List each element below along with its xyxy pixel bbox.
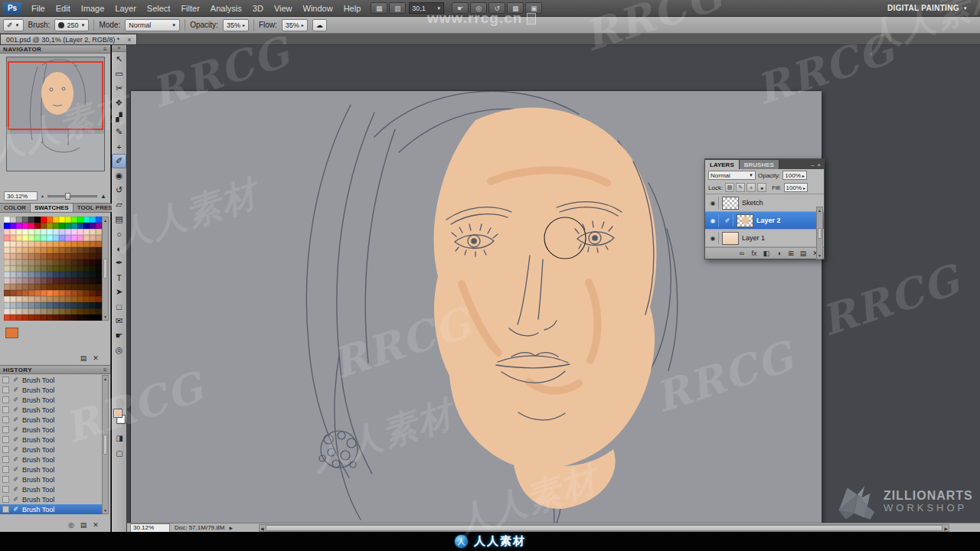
swatch[interactable] — [53, 278, 59, 284]
swatch[interactable] — [90, 290, 96, 296]
swatch[interactable] — [4, 235, 10, 241]
swatch[interactable] — [59, 235, 65, 241]
swatch[interactable] — [59, 266, 65, 272]
swatch[interactable] — [10, 290, 16, 296]
swatch[interactable] — [96, 302, 102, 308]
swatch[interactable] — [59, 284, 65, 290]
scroll-down-icon[interactable]: ▼ — [103, 508, 107, 513]
swatch[interactable] — [34, 302, 41, 308]
swatch[interactable] — [28, 241, 34, 247]
swatch[interactable] — [90, 259, 96, 266]
history-source-box[interactable] — [2, 406, 9, 413]
swatch[interactable] — [65, 290, 71, 296]
swatch[interactable] — [47, 302, 53, 308]
eyedropper-tool[interactable]: ✎ — [112, 125, 126, 139]
swatch[interactable] — [65, 253, 71, 259]
swatch[interactable] — [71, 253, 77, 259]
swatch[interactable] — [10, 247, 16, 253]
swatch[interactable] — [41, 253, 47, 259]
swatch[interactable] — [59, 223, 65, 229]
zoom-slider-thumb[interactable] — [65, 193, 70, 200]
swatch[interactable] — [47, 308, 53, 315]
document-tab[interactable]: 001.psd @ 30,1% (Layer 2, RGB/8) * × — [0, 34, 137, 44]
scroll-up-icon[interactable]: ▲ — [103, 218, 107, 223]
swatch[interactable] — [16, 235, 22, 241]
workspace-switcher[interactable]: DIGITAL PAINTING ▼ — [887, 4, 968, 12]
menu-item-edit[interactable]: Edit — [51, 4, 76, 13]
notes-tool[interactable]: ✉ — [112, 314, 126, 328]
swatch[interactable] — [96, 284, 102, 290]
swatch[interactable] — [65, 266, 71, 272]
swatch[interactable] — [90, 253, 96, 259]
swatch[interactable] — [53, 235, 59, 241]
swatch[interactable] — [10, 241, 16, 247]
menu-item-filter[interactable]: Filter — [175, 4, 204, 13]
history-source-box[interactable] — [2, 426, 9, 433]
swatch[interactable] — [59, 315, 65, 321]
brush-preset-picker[interactable]: 250 ▼ — [54, 19, 89, 31]
layer-group-icon[interactable]: ⊞ — [786, 249, 796, 257]
layer-row[interactable]: ◉Sketch — [705, 194, 824, 212]
layer-effects-icon[interactable]: fx — [749, 249, 760, 257]
swatch[interactable] — [22, 247, 28, 253]
swatch[interactable] — [59, 272, 65, 278]
history-item[interactable]: ✐Brush Tool — [0, 415, 103, 425]
swatch[interactable] — [16, 290, 22, 296]
bridge-icon[interactable]: ▦ — [371, 2, 387, 14]
adjustment-layer-icon[interactable]: ◑ — [773, 249, 784, 257]
swatch[interactable] — [77, 308, 83, 315]
layer-row[interactable]: ◉Layer 1 — [705, 230, 824, 247]
swatch[interactable] — [65, 217, 71, 223]
path-selection-tool[interactable]: ➤ — [112, 285, 126, 299]
swatch[interactable] — [4, 296, 10, 302]
swatch[interactable] — [22, 315, 28, 321]
swatch[interactable] — [34, 259, 41, 266]
history-source-box[interactable] — [2, 506, 9, 513]
swatch[interactable] — [90, 266, 96, 272]
swatch[interactable] — [53, 217, 59, 223]
swatch[interactable] — [53, 266, 59, 272]
swatch[interactable] — [28, 247, 34, 253]
swatch[interactable] — [71, 302, 77, 308]
swatch[interactable] — [34, 296, 41, 302]
tab-layers[interactable]: LAYERS — [705, 160, 740, 169]
layer-row[interactable]: ◉✐Layer 2 — [705, 212, 824, 230]
swatch[interactable] — [83, 229, 90, 235]
history-item[interactable]: ✐Brush Tool — [0, 504, 103, 514]
new-document-from-state-icon[interactable]: ▤ — [78, 521, 89, 529]
history-item[interactable]: ✐Brush Tool — [0, 484, 103, 494]
swatch[interactable] — [41, 259, 47, 266]
swatch[interactable] — [53, 296, 59, 302]
swatch[interactable] — [90, 223, 96, 229]
history-source-box[interactable] — [2, 377, 9, 383]
swatch[interactable] — [41, 247, 47, 253]
menu-item-help[interactable]: Help — [338, 4, 367, 13]
history-source-box[interactable] — [2, 456, 9, 463]
quick-mask-button[interactable]: ◨ — [112, 432, 127, 445]
swatch[interactable] — [65, 235, 71, 241]
scrollbar-thumb[interactable] — [818, 228, 822, 239]
hand-tool[interactable]: ☛ — [112, 328, 126, 343]
swatch[interactable] — [41, 278, 47, 284]
swatch[interactable] — [47, 272, 53, 278]
swatch[interactable] — [96, 259, 102, 266]
swatch[interactable] — [96, 290, 102, 296]
swatch[interactable] — [22, 272, 28, 278]
swatch[interactable] — [71, 247, 77, 253]
quick-selection-tool[interactable]: ❖ — [112, 96, 126, 110]
swatch[interactable] — [65, 241, 71, 247]
swatch[interactable] — [83, 278, 90, 284]
scroll-up-icon[interactable]: ▲ — [103, 377, 107, 381]
screen-mode-button[interactable]: ▢ — [112, 448, 127, 460]
swatch[interactable] — [47, 290, 53, 296]
scrollbar-thumb[interactable] — [103, 259, 107, 279]
swatch[interactable] — [4, 253, 10, 259]
swatch[interactable] — [34, 315, 41, 321]
link-layers-icon[interactable]: ∞ — [737, 249, 747, 257]
swatch[interactable] — [47, 229, 53, 235]
swatch[interactable] — [41, 296, 47, 302]
swatch[interactable] — [10, 223, 16, 229]
swatch[interactable] — [83, 296, 90, 302]
swatch[interactable] — [4, 241, 10, 247]
swatch[interactable] — [71, 223, 77, 229]
